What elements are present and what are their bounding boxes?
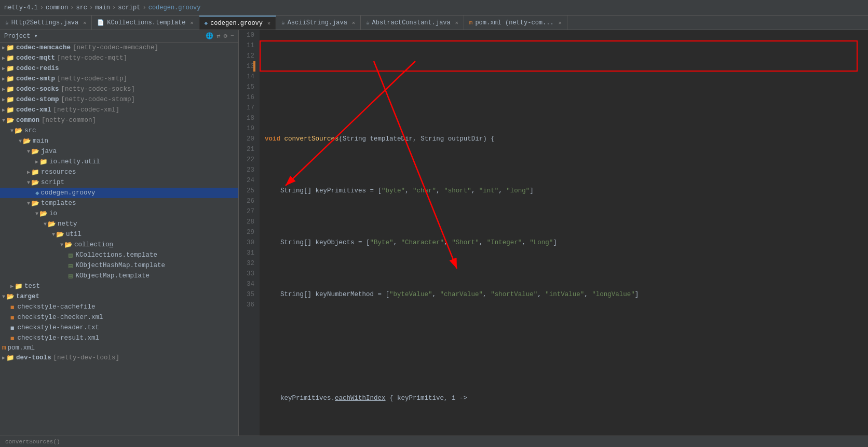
breadcrumb-main[interactable]: main <box>95 4 110 11</box>
sidebar-item-common[interactable]: ▼ 📂 common [netty-common] <box>0 115 238 125</box>
close-icon[interactable]: ✕ <box>352 20 355 26</box>
breadcrumb-common[interactable]: common <box>46 4 68 11</box>
tab-http2settings[interactable]: ☕ Http2Settings.java ✕ <box>0 16 92 30</box>
folder-icon: 📁 <box>39 158 48 166</box>
sidebar-item-dev-tools[interactable]: ▶ 📁 dev-tools [netty-dev-tools] <box>0 353 238 363</box>
tab-abstractconstant[interactable]: ☕ AbstractConstant.java ✕ <box>361 16 464 30</box>
sidebar-item-resources[interactable]: ▶ 📁 resources <box>0 167 238 177</box>
sidebar-item-codec-smtp[interactable]: ▶ 📁 codec-smtp [netty-codec-smtp] <box>0 74 238 84</box>
sidebar-item-script[interactable]: ▼ 📂 script <box>0 177 238 188</box>
top-bar: netty-4.1 › common › src › main › script… <box>0 0 868 16</box>
sidebar-item-ionettyutil[interactable]: ▶ 📁 io.netty.util <box>0 157 238 167</box>
folder-open-icon: 📂 <box>39 209 48 218</box>
close-icon[interactable]: ✕ <box>191 20 194 26</box>
sidebar-item-io[interactable]: ▼ 📂 io <box>0 208 238 219</box>
folder-open-icon: 📂 <box>23 137 31 145</box>
folder-icon: 📁 <box>6 106 15 114</box>
folder-open-icon: 📂 <box>64 241 73 249</box>
sidebar-item-codec-stomp[interactable]: ▶ 📁 codec-stomp [netty-codec-stomp] <box>0 94 238 105</box>
item-label: resources <box>41 169 76 176</box>
breadcrumb-src[interactable]: src <box>76 4 87 11</box>
java-icon: ☕ <box>5 19 9 26</box>
item-label: checkstyle-cachefile <box>18 303 96 311</box>
item-label: codec-socks <box>16 86 59 93</box>
sidebar-item-codec-mqtt[interactable]: ▶ 📁 codec-mqtt [netty-codec-mqtt] <box>0 53 238 63</box>
folder-open-icon: 📂 <box>56 230 64 239</box>
sidebar-item-collection[interactable]: ▼ 📂 collection <box>0 240 238 250</box>
breadcrumb-script[interactable]: script <box>118 4 140 11</box>
sidebar-item-netty[interactable]: ▼ 📂 netty <box>0 219 238 229</box>
tab-pom[interactable]: m pom.xml (netty-com... ✕ <box>464 16 567 30</box>
folder-open-icon: 📂 <box>31 199 39 207</box>
sidebar-item-main[interactable]: ▼ 📂 main <box>0 136 238 146</box>
item-label: codec-memcache <box>16 44 71 51</box>
tab-label: pom.xml (netty-com... <box>475 19 553 26</box>
sidebar-item-kobjectmap-template[interactable]: ▤ KObjectMap.template <box>0 271 238 281</box>
sidebar-item-codec-socks[interactable]: ▶ 📁 codec-socks [netty-codec-socks] <box>0 84 238 94</box>
collapse-arrow: ▶ <box>2 107 5 113</box>
settings-icon[interactable]: ⚙ <box>224 32 227 40</box>
close-icon[interactable]: ✕ <box>455 20 458 26</box>
tab-kcollections[interactable]: 📄 KCollections.template ✕ <box>92 16 199 30</box>
item-label: codec-xml <box>16 106 51 114</box>
sidebar-item-src[interactable]: ▼ 📂 src <box>0 125 238 136</box>
folder-icon: 📁 <box>6 75 15 83</box>
minus-icon[interactable]: − <box>230 32 234 40</box>
sidebar-item-checkstyle-checker[interactable]: ◼ checkstyle-checker.xml <box>0 312 238 323</box>
tab-codegen[interactable]: ◆ codegen.groovy ✕ <box>199 16 276 30</box>
code-line-13: String[] keyNumberMethod = ["byteValue",… <box>265 289 868 300</box>
sidebar-item-checkstyle-result[interactable]: ◼ checkstyle-result.xml <box>0 333 238 343</box>
collapse-arrow: ▶ <box>2 86 5 92</box>
sidebar-title: Project ▾ <box>4 32 38 40</box>
collapse-arrow: ▼ <box>2 294 5 300</box>
sidebar-item-java[interactable]: ▼ 📂 java <box>0 146 238 157</box>
pom-icon: m <box>2 344 6 352</box>
editor-area[interactable]: 10 11 12 13 14 15 16 17 18 19 20 21 22 2… <box>239 30 868 436</box>
item-label: common <box>16 117 39 124</box>
item-label: templates <box>41 200 76 207</box>
sidebar-item-test[interactable]: ▶ 📁 test <box>0 281 238 291</box>
status-bar: convertSources() <box>0 436 868 447</box>
sidebar-item-codegen-groovy[interactable]: ◆ codegen.groovy <box>0 188 238 198</box>
tab-label: Http2Settings.java <box>11 19 79 26</box>
sidebar-item-codec-redis[interactable]: ▶ 📁 codec-redis <box>0 63 238 74</box>
code-line-14 <box>265 341 868 352</box>
collapse-arrow: ▶ <box>2 76 5 82</box>
template-icon: ▤ <box>69 272 73 280</box>
sidebar-item-checkstyle-header[interactable]: ◼ checkstyle-header.txt <box>0 323 238 333</box>
tab-label: AsciiString.java <box>288 19 347 26</box>
svg-line-1 <box>286 61 415 186</box>
item-badge: [netty-common] <box>42 117 96 124</box>
sidebar-item-kcollections-template[interactable]: ▤ KCollections.template <box>0 250 238 260</box>
tab-label: codegen.groovy <box>210 20 263 27</box>
collapse-arrow: ▼ <box>10 128 13 134</box>
xml-icon: ◼ <box>10 334 15 342</box>
collapse-arrow: ▶ <box>2 45 5 51</box>
tab-asciistring[interactable]: ☕ AsciiString.java ✕ <box>276 16 361 30</box>
code-line-11: String[] keyPrimitives = ["byte", "char"… <box>265 186 868 196</box>
folder-icon: 📁 <box>6 44 15 52</box>
sync-icon[interactable]: ⇄ <box>216 32 220 40</box>
code-content[interactable]: void convertSources(String templateDir, … <box>260 30 868 436</box>
close-icon[interactable]: ✕ <box>559 20 562 26</box>
collapse-arrow: ▶ <box>2 355 5 361</box>
sidebar-item-codec-memcache[interactable]: ▶ 📁 codec-memcache [netty-codec-memcache… <box>0 43 238 53</box>
breadcrumb-netty[interactable]: netty-4.1 <box>4 4 38 11</box>
sidebar-item-checkstyle-cachefile[interactable]: ◼ checkstyle-cachefile <box>0 302 238 312</box>
sidebar-item-target[interactable]: ▼ 📂 target <box>0 291 238 302</box>
txt-icon: ◼ <box>10 324 15 332</box>
sidebar-item-util[interactable]: ▼ 📂 util <box>0 229 238 240</box>
sidebar-item-templates[interactable]: ▼ 📂 templates <box>0 198 238 208</box>
main-layout: Project ▾ 🌐 ⇄ ⚙ − ▶ 📁 codec-memcache [ne… <box>0 30 868 436</box>
sidebar-item-kobjecthashmap-template[interactable]: ▤ KObjectHashMap.template <box>0 260 238 271</box>
code-line-15: keyPrimitives.eachWithIndex { keyPrimiti… <box>265 393 868 403</box>
item-label: codec-stomp <box>16 96 59 103</box>
collapse-arrow: ▼ <box>19 138 22 144</box>
sidebar-item-pom[interactable]: m pom.xml <box>0 343 238 353</box>
sidebar-item-codec-xml[interactable]: ▶ 📁 codec-xml [netty-codec-xml] <box>0 105 238 115</box>
close-icon[interactable]: ✕ <box>83 20 86 26</box>
close-icon[interactable]: ✕ <box>267 20 270 26</box>
groovy-icon: ◆ <box>205 20 208 26</box>
globe-icon[interactable]: 🌐 <box>206 32 213 40</box>
sidebar-header: Project ▾ 🌐 ⇄ ⚙ − <box>0 30 238 43</box>
